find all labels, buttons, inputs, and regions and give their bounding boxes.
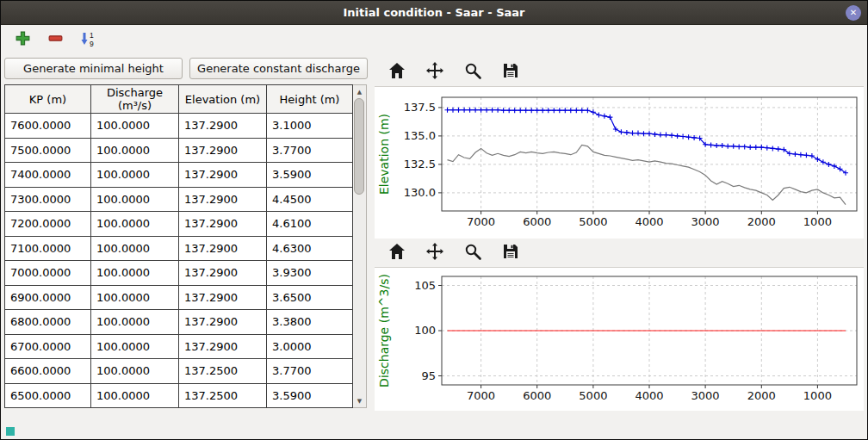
zoom-button[interactable] xyxy=(461,241,485,265)
home-button[interactable] xyxy=(385,241,409,265)
table-cell[interactable]: 137.2500 xyxy=(179,359,267,384)
table-row: 7300.0000100.0000137.29004.4500 xyxy=(5,187,353,212)
main-toolbar: 1 9 xyxy=(1,25,867,54)
table-cell[interactable]: 137.2900 xyxy=(179,285,267,310)
svg-text:132.5: 132.5 xyxy=(404,158,436,170)
column-header[interactable]: Height (m) xyxy=(267,85,353,114)
svg-text:9: 9 xyxy=(90,40,94,47)
column-header[interactable]: Discharge (m³/s) xyxy=(91,85,179,114)
table-cell[interactable]: 137.2900 xyxy=(179,163,267,188)
table-cell[interactable]: 4.6100 xyxy=(267,212,353,237)
table-cell[interactable]: 6500.0000 xyxy=(5,383,91,408)
table-body: 7600.0000100.0000137.29003.10007500.0000… xyxy=(5,114,353,408)
sort-button[interactable]: 1 9 xyxy=(77,28,99,51)
table-cell[interactable]: 3.3800 xyxy=(267,310,353,335)
left-panel: Generate minimal height Generate constan… xyxy=(4,58,368,424)
table-cell[interactable]: 100.0000 xyxy=(91,359,179,384)
plus-icon xyxy=(15,30,31,49)
svg-text:7000: 7000 xyxy=(467,215,495,228)
svg-text:4000: 4000 xyxy=(635,389,663,402)
vertical-scrollbar[interactable]: ▲ ▼ xyxy=(353,84,367,408)
table-cell[interactable]: 137.2500 xyxy=(179,383,267,408)
pan-button[interactable] xyxy=(423,60,447,84)
table-cell[interactable]: 6800.0000 xyxy=(5,310,91,335)
table-cell[interactable]: 6600.0000 xyxy=(5,359,91,384)
table-cell[interactable]: 7500.0000 xyxy=(5,138,91,163)
table-cell[interactable]: 100.0000 xyxy=(91,261,179,286)
table-cell[interactable]: 6700.0000 xyxy=(5,334,91,359)
table-cell[interactable]: 7000.0000 xyxy=(5,261,91,286)
scroll-up-button[interactable]: ▲ xyxy=(353,85,366,98)
table-cell[interactable]: 100.0000 xyxy=(91,383,179,408)
table-cell[interactable]: 100.0000 xyxy=(91,334,179,359)
table-area: KP (m)Discharge (m³/s)Elevation (m)Heigh… xyxy=(4,84,368,408)
svg-text:7000: 7000 xyxy=(467,389,495,402)
initial-condition-table: KP (m)Discharge (m³/s)Elevation (m)Heigh… xyxy=(4,84,353,408)
table-cell[interactable]: 100.0000 xyxy=(91,187,179,212)
titlebar: Initial condition - Saar - Saar ✕ xyxy=(1,1,867,25)
svg-text:1000: 1000 xyxy=(803,389,832,402)
add-row-button[interactable] xyxy=(11,28,34,51)
home-button[interactable] xyxy=(385,60,409,84)
table-cell[interactable]: 3.9300 xyxy=(267,261,353,286)
svg-text:135.0: 135.0 xyxy=(404,129,436,142)
window: Initial condition - Saar - Saar ✕ 1 9 xyxy=(0,0,868,440)
remove-row-button[interactable] xyxy=(44,28,66,51)
generate-minimal-height-button[interactable]: Generate minimal height xyxy=(4,58,183,79)
discharge-plot-toolbar xyxy=(375,239,864,268)
table-cell[interactable]: 4.4500 xyxy=(267,187,353,212)
svg-text:137.5: 137.5 xyxy=(404,101,436,114)
table-cell[interactable]: 3.1000 xyxy=(267,114,353,139)
table-cell[interactable]: 7400.0000 xyxy=(5,163,91,188)
table-cell[interactable]: 7300.0000 xyxy=(5,187,91,212)
table-cell[interactable]: 100.0000 xyxy=(91,236,179,261)
table-cell[interactable]: 100.0000 xyxy=(91,163,179,188)
zoom-button[interactable] xyxy=(461,60,485,84)
table-row: 6600.0000100.0000137.25003.7700 xyxy=(5,359,353,384)
table-cell[interactable]: 3.5900 xyxy=(267,383,353,408)
table-cell[interactable]: 100.0000 xyxy=(91,310,179,335)
pan-icon xyxy=(425,60,445,84)
table-cell[interactable]: 100.0000 xyxy=(91,114,179,139)
table-cell[interactable]: 7600.0000 xyxy=(5,114,91,139)
svg-text:130.0: 130.0 xyxy=(404,186,436,199)
table-cell[interactable]: 3.7700 xyxy=(267,359,353,384)
elevation-chart[interactable]: 7000600050004000300020001000130.0132.513… xyxy=(375,87,864,239)
discharge-chart[interactable]: 700060005000400030002000100095100105Disc… xyxy=(375,268,864,411)
scroll-down-button[interactable]: ▼ xyxy=(353,394,366,407)
table-header-row: KP (m)Discharge (m³/s)Elevation (m)Heigh… xyxy=(5,85,353,114)
save-button[interactable] xyxy=(499,60,523,84)
table-cell[interactable]: 4.6300 xyxy=(267,236,353,261)
table-cell[interactable]: 137.2900 xyxy=(179,114,267,139)
table-cell[interactable]: 6900.0000 xyxy=(5,285,91,310)
table-cell[interactable]: 100.0000 xyxy=(91,285,179,310)
table-cell[interactable]: 7100.0000 xyxy=(5,236,91,261)
table-cell[interactable]: 3.7700 xyxy=(267,138,353,163)
table-cell[interactable]: 137.2900 xyxy=(179,310,267,335)
table-cell[interactable]: 137.2900 xyxy=(179,334,267,359)
table-row: 6700.0000100.0000137.29003.0000 xyxy=(5,334,353,359)
generate-constant-discharge-button[interactable]: Generate constant discharge xyxy=(189,58,368,79)
table-cell[interactable]: 137.2900 xyxy=(179,212,267,237)
table-cell[interactable]: 7200.0000 xyxy=(5,212,91,237)
table-cell[interactable]: 100.0000 xyxy=(91,138,179,163)
table-cell[interactable]: 100.0000 xyxy=(91,212,179,237)
pan-button[interactable] xyxy=(423,241,447,265)
save-icon xyxy=(500,60,521,84)
table-cell[interactable]: 137.2900 xyxy=(179,236,267,261)
scrollbar-track[interactable] xyxy=(353,98,366,394)
table-cell[interactable]: 3.5900 xyxy=(267,163,353,188)
svg-text:5000: 5000 xyxy=(579,215,607,228)
table-cell[interactable]: 137.2900 xyxy=(179,261,267,286)
table-cell[interactable]: 3.0000 xyxy=(267,334,353,359)
column-header[interactable]: Elevation (m) xyxy=(179,85,267,114)
save-button[interactable] xyxy=(499,241,523,265)
close-button[interactable]: ✕ xyxy=(846,5,861,21)
column-header[interactable]: KP (m) xyxy=(5,85,91,114)
svg-text:2000: 2000 xyxy=(747,215,776,228)
table-cell[interactable]: 137.2900 xyxy=(179,138,267,163)
scrollbar-thumb[interactable] xyxy=(354,98,364,195)
table-cell[interactable]: 137.2900 xyxy=(179,187,267,212)
table-cell[interactable]: 3.6500 xyxy=(267,285,353,310)
svg-text:95: 95 xyxy=(421,369,436,382)
